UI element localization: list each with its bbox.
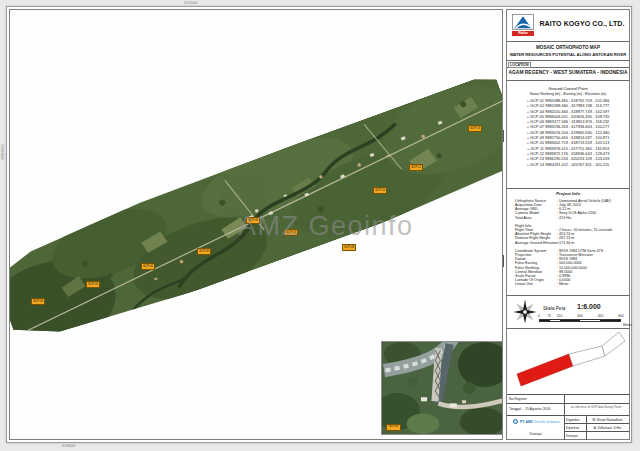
grid-label-top: 619000	[184, 1, 197, 5]
register-note: as reference of GCP data Survey Team	[565, 406, 627, 409]
compass-rose-icon: U	[513, 300, 537, 324]
grid-label-bottom: 618000	[62, 444, 75, 448]
divider	[507, 188, 629, 189]
sheet-index-map	[507, 328, 629, 394]
gcp-marker: GCP-02	[86, 281, 100, 288]
scale-tick: 300	[577, 314, 582, 318]
divider	[507, 41, 629, 42]
svg-text:U: U	[524, 300, 526, 304]
location-label: LOCATION	[508, 62, 531, 68]
fold-mark	[503, 130, 504, 142]
company-name: RAITO KOGYO CO., LTD.	[536, 20, 628, 27]
sign-row-value: A. Zulkarnain, S.Hut	[587, 426, 628, 430]
scale-bar: 0 75 150 300 450 600 Meters	[539, 314, 623, 328]
sign-row-label: Diperiksa	[566, 426, 585, 430]
scale-tick: 75	[548, 314, 552, 318]
date-label: Tanggal :	[509, 407, 523, 411]
raito-logo: Raito	[512, 14, 534, 37]
gcp-marker: GCP-05	[197, 248, 211, 255]
amz-globe-icon	[513, 419, 518, 424]
gcp-table-title: Ground Control Point	[507, 86, 629, 91]
gcp-table-header: Name Northing (m) - Easting (m) - Elevat…	[507, 92, 629, 96]
map-frame: GCP-01 GCP-02 GCP-04 GCP-05 GCP-06 GCP-0…	[9, 9, 503, 440]
map-title: MOSAIC ORTHOPHOTO MAP	[507, 45, 629, 50]
scale-tick: 0	[538, 314, 540, 318]
gcp-marker: GCP-10	[373, 187, 387, 194]
register-block: No Register Tanggal : 15 Agustus 2016 as…	[507, 394, 629, 439]
scale-tick: 600	[618, 314, 623, 318]
date-value: 15 Agustus 2016	[525, 407, 550, 411]
grid-label-left: 9883000	[1, 144, 5, 160]
amz-company-prefix: PT. AMZ	[520, 420, 533, 424]
project-info-values: : Unmanned Aerial Vehicle (UAV) : July 0…	[557, 199, 627, 286]
gcp-marker: GCP-04	[141, 263, 155, 270]
map-subtitle: WATER RESOURCES POTENTIAL ALONG ANTOKAN …	[507, 52, 629, 57]
inset-photo: GCP-09	[381, 341, 503, 435]
divider	[507, 403, 629, 404]
sign-row-value: M. Ikhsan Ramadhani	[587, 418, 628, 422]
divider	[507, 415, 629, 416]
raito-triangle-icon	[512, 14, 534, 30]
scale-unit: Meters	[623, 323, 632, 327]
scale-bar-strip	[539, 319, 621, 322]
divider	[564, 395, 565, 440]
location-value: AGAM REGENCY - WEST SUMATERA - INDONESIA	[507, 70, 629, 75]
sign-row-label: Digambar	[566, 418, 585, 422]
map-sheet: GCP-01 GCP-02 GCP-04 GCP-05 GCP-06 GCP-0…	[6, 6, 632, 443]
inset-gcp-marker: GCP-09	[386, 424, 401, 431]
watermark: AMZ Geoinfo	[238, 211, 414, 242]
amz-company-suffix: Geoinfo Solutions	[534, 420, 560, 424]
scale-label: Skala Peta	[543, 306, 565, 311]
scale-tick: 450	[598, 314, 603, 318]
divider	[564, 423, 629, 424]
raito-logo-text: Raito	[512, 31, 534, 37]
inset-photo-texture	[382, 342, 503, 434]
project-info-labels: Orthophoto Source Acquisition Date Avera…	[515, 199, 559, 286]
divider	[507, 295, 629, 296]
fold-mark	[503, 255, 504, 267]
sign-row-label: Disetujui	[566, 434, 585, 438]
scale-tick: 150	[557, 314, 562, 318]
gcp-marker: GCP-12	[409, 164, 423, 171]
gcp-marker: GCP-01	[31, 298, 45, 305]
scale-ratio: 1:6.000	[577, 303, 601, 310]
gcp-marker: GCP-08	[342, 244, 356, 251]
project-info-title: Project Info	[507, 191, 629, 196]
no-register-label: No Register	[509, 397, 527, 401]
approve-label: Disetujui	[507, 432, 564, 436]
location-row: LOCATION	[507, 60, 629, 68]
title-block: Raito RAITO KOGYO CO., LTD. MOSAIC ORTHO…	[506, 9, 630, 440]
gcp-marker: GCP-13	[468, 125, 482, 132]
gcp-table-rows: + GCP-01 9882088.460 - 618762.703 - 101.…	[507, 98, 629, 167]
divider	[564, 431, 629, 432]
divider	[507, 80, 629, 81]
